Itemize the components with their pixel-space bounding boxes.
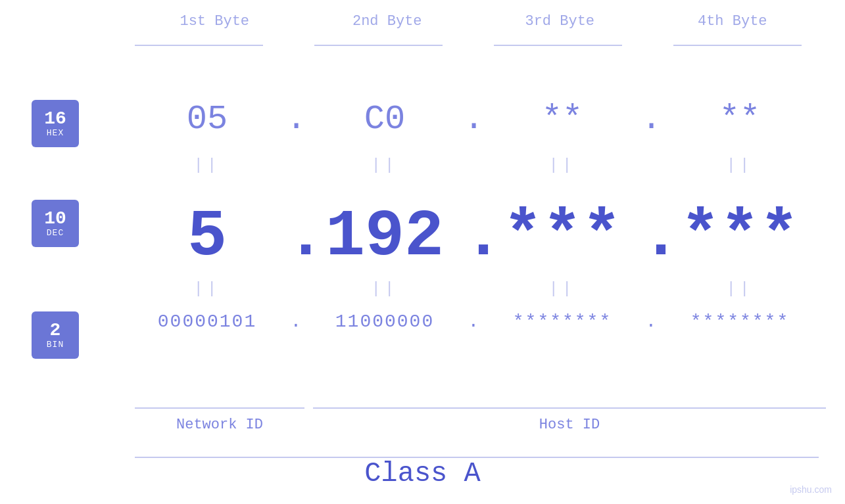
hex-badge: 16 HEX (32, 100, 79, 147)
dec-badge-label: DEC (47, 228, 64, 238)
network-id-label: Network ID (135, 417, 304, 433)
hex-row: 05 . C0 . ** . ** (128, 100, 819, 139)
dec-badge-num: 10 (44, 210, 66, 228)
dec-dot-2: . (464, 200, 483, 274)
dec-row: 5 . 192 . *** . *** (128, 200, 819, 274)
dec-dot-3: . (641, 200, 661, 274)
bracket-3 (494, 45, 622, 46)
hex-val-3: ** (483, 100, 641, 139)
eq-4: || (661, 156, 819, 174)
eq-2: || (306, 156, 464, 174)
eq-1: || (128, 156, 286, 174)
dec-val-4: *** (661, 200, 819, 274)
col-header-1: 1st Byte (128, 13, 301, 30)
class-label: Class A (0, 458, 845, 490)
col-header-3: 3rd Byte (473, 13, 646, 30)
bin-dot-3: . (641, 311, 661, 332)
col-header-2: 2nd Byte (301, 13, 474, 30)
hex-dot-1: . (286, 100, 306, 139)
dec-val-1: 5 (128, 200, 286, 274)
bin-val-4: ******** (661, 311, 819, 332)
main-container: 1st Byte 2nd Byte 3rd Byte 4th Byte 16 H… (0, 0, 845, 504)
dec-val-3: *** (483, 200, 641, 274)
hex-val-1: 05 (128, 100, 286, 139)
hex-val-2: C0 (306, 100, 464, 139)
bin-badge-label: BIN (47, 340, 64, 350)
dec-badge: 10 DEC (32, 200, 79, 247)
bin-dot-2: . (464, 311, 483, 332)
bin-val-2: 11000000 (306, 311, 464, 332)
eq-8: || (661, 280, 819, 298)
hex-badge-label: HEX (47, 128, 64, 138)
column-headers: 1st Byte 2nd Byte 3rd Byte 4th Byte (128, 13, 819, 30)
bin-val-3: ******** (483, 311, 641, 332)
host-id-label: Host ID (313, 417, 826, 433)
bracket-4 (673, 45, 802, 46)
eq-row-1: || || || || (128, 156, 819, 174)
hex-dot-3: . (641, 100, 661, 139)
eq-5: || (128, 280, 286, 298)
eq-6: || (306, 280, 464, 298)
hex-badge-num: 16 (44, 110, 66, 128)
eq-row-2: || || || || (128, 280, 819, 298)
bin-badge-num: 2 (50, 321, 61, 340)
bin-badge: 2 BIN (32, 311, 79, 359)
bin-dot-1: . (286, 311, 306, 332)
dec-dot-1: . (286, 200, 306, 274)
eq-7: || (483, 280, 641, 298)
hex-val-4: ** (661, 100, 819, 139)
bin-val-1: 00000101 (128, 311, 286, 332)
dec-val-2: 192 (306, 200, 464, 274)
bracket-1 (135, 45, 263, 46)
host-bracket (313, 407, 826, 409)
bracket-2 (314, 45, 443, 46)
eq-3: || (483, 156, 641, 174)
col-header-4: 4th Byte (646, 13, 819, 30)
bin-row: 00000101 . 11000000 . ******** . *******… (128, 311, 819, 332)
watermark: ipshu.com (790, 484, 832, 495)
network-bracket (135, 407, 304, 409)
hex-dot-2: . (464, 100, 483, 139)
